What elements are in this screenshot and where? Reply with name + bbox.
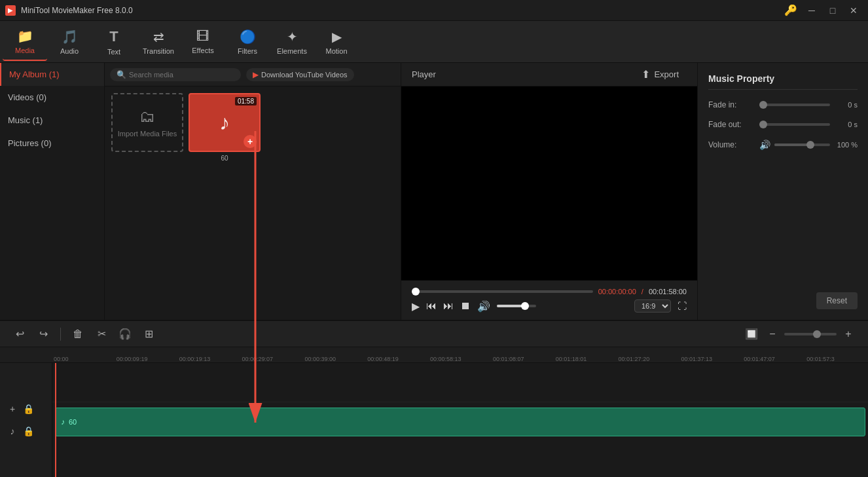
delete-button[interactable]: 🗑 xyxy=(69,325,87,343)
crop-button[interactable]: ⊞ xyxy=(139,325,158,343)
effects-icon: 🎞 xyxy=(196,29,209,44)
toolbar-elements[interactable]: ✦ Elements xyxy=(270,23,314,61)
yt-download-button[interactable]: ▶ Download YouTube Videos xyxy=(246,68,354,81)
volume-value: 100 % xyxy=(834,141,858,149)
play-button[interactable]: ▶ xyxy=(412,300,420,313)
minimize-button[interactable]: ─ xyxy=(803,4,821,17)
audio-icon: 🎵 xyxy=(62,29,78,45)
nav-pictures[interactable]: Pictures (0) xyxy=(0,132,104,155)
fade-out-slider[interactable] xyxy=(759,123,830,126)
redo-button[interactable]: ↪ xyxy=(34,325,52,343)
aspect-ratio-select[interactable]: 16:9 xyxy=(634,299,671,313)
transition-label: Transition xyxy=(143,47,174,55)
ruler-mark-1: 00:00:09:19 xyxy=(115,356,178,362)
ruler-mark-2: 00:00:19:13 xyxy=(178,356,241,362)
ruler-mark-12: 00:01:57:3 xyxy=(805,356,868,362)
app-title: MiniTool MovieMaker Free 8.0.0 xyxy=(21,6,784,15)
ruler-mark-0: 00:00 xyxy=(52,356,115,362)
toolbar-audio[interactable]: 🎵 Audio xyxy=(47,23,92,61)
prev-button[interactable]: ⏮ xyxy=(426,300,437,312)
toolbar-effects[interactable]: 🎞 Effects xyxy=(181,23,225,61)
ruler-mark-11: 00:01:47:07 xyxy=(742,356,805,362)
timeline-body: + 🔒 ♪ 🔒 ♪ 60 xyxy=(0,363,868,477)
titlebar: ▶ MiniTool MovieMaker Free 8.0.0 🔑 ─ □ ✕ xyxy=(0,0,868,21)
volume-button[interactable]: 🔊 xyxy=(477,300,490,313)
nav-my-album[interactable]: My Album (1) xyxy=(0,63,104,86)
volume-fill-prop xyxy=(774,143,810,146)
fullscreen-button[interactable]: ⛶ xyxy=(678,301,687,311)
window-controls: ─ □ ✕ xyxy=(803,4,863,17)
ruler-mark-8: 00:01:18:01 xyxy=(554,356,617,362)
toolbar: 📁 Media 🎵 Audio T Text ⇄ Transition 🎞 Ef… xyxy=(0,21,868,63)
next-button[interactable]: ⏭ xyxy=(443,300,454,312)
add-to-timeline-button[interactable]: + xyxy=(244,135,257,148)
timeline-track-controls: + 🔒 ♪ 🔒 xyxy=(0,363,52,477)
undo-button[interactable]: ↩ xyxy=(10,325,29,343)
zoom-minus-button[interactable]: − xyxy=(763,325,782,343)
search-bar[interactable]: 🔍 xyxy=(110,68,241,81)
duration-badge: 01:58 xyxy=(235,97,257,105)
toolbar-motion[interactable]: ▶ Motion xyxy=(314,23,359,61)
music-property-title: Music Property xyxy=(708,73,858,90)
add-video-track-button[interactable]: + xyxy=(5,402,20,416)
fade-in-thumb xyxy=(759,101,767,109)
fade-in-slider[interactable] xyxy=(759,104,830,106)
import-media-box[interactable]: 🗂 Import Media Files xyxy=(111,93,183,152)
filters-icon: 🔵 xyxy=(240,29,256,45)
fade-in-value: 0 s xyxy=(834,101,858,109)
audio-clip[interactable]: ♪ 60 xyxy=(55,408,865,436)
media-icon: 📁 xyxy=(17,28,33,44)
stop-button[interactable]: ⏹ xyxy=(460,300,471,312)
zoom-bar[interactable] xyxy=(784,333,837,335)
audio-label: Audio xyxy=(60,47,79,55)
elements-icon: ✦ xyxy=(287,29,298,45)
volume-slider[interactable] xyxy=(774,143,830,146)
toolbar-text[interactable]: T Text xyxy=(92,23,136,61)
nav-music[interactable]: Music (1) xyxy=(0,109,104,132)
reset-button[interactable]: Reset xyxy=(816,292,858,309)
timeline-tracks: ♪ 60 xyxy=(52,363,868,477)
app-icon: ▶ xyxy=(5,5,16,16)
media-thumbnail[interactable]: 01:58 ♪ + xyxy=(189,93,261,152)
player-controls: 00:00:00:00 / 00:01:58:00 ▶ ⏮ ⏭ ⏹ 🔊 16 xyxy=(401,280,697,320)
text-icon: T xyxy=(109,28,118,45)
lock-audio-track-button[interactable]: 🔒 xyxy=(21,424,35,438)
audio-button[interactable]: 🎧 xyxy=(116,325,134,343)
toolbar-separator xyxy=(60,328,61,341)
effects-label: Effects xyxy=(192,47,213,54)
export-button[interactable]: ⬆ Export xyxy=(634,66,687,83)
youtube-icon: ▶ xyxy=(253,70,259,79)
close-button[interactable]: ✕ xyxy=(844,4,863,17)
zoom-plus-button[interactable]: + xyxy=(839,325,858,343)
left-nav: My Album (1) Videos (0) Music (1) Pictur… xyxy=(0,63,105,320)
key-icon: 🔑 xyxy=(784,4,797,16)
volume-icon: 🔊 xyxy=(759,140,770,150)
volume-row: Volume: 🔊 100 % xyxy=(708,140,858,150)
fade-out-slider-wrap: 0 s xyxy=(759,121,858,128)
media-topbar: 🔍 ▶ Download YouTube Videos xyxy=(105,63,401,86)
toolbar-media[interactable]: 📁 Media xyxy=(3,23,47,61)
clip-music-icon: ♪ xyxy=(61,417,65,427)
motion-label: Motion xyxy=(325,47,347,55)
nav-videos[interactable]: Videos (0) xyxy=(0,86,104,109)
zoom-out-button[interactable]: 🔲 xyxy=(742,325,761,343)
toolbar-transition[interactable]: ⇄ Transition xyxy=(136,23,181,61)
restore-button[interactable]: □ xyxy=(823,4,842,17)
search-icon: 🔍 xyxy=(117,70,126,79)
volume-thumb xyxy=(521,302,529,310)
lock-video-track-button[interactable]: 🔒 xyxy=(21,402,35,416)
volume-bar[interactable] xyxy=(497,305,536,307)
volume-label: Volume: xyxy=(708,140,754,149)
media-grid: 🗂 Import Media Files 01:58 ♪ + 60 xyxy=(105,86,401,320)
search-input[interactable] xyxy=(129,71,234,79)
progress-bar[interactable] xyxy=(412,290,593,293)
ruler-mark-6: 00:00:58:13 xyxy=(429,356,492,362)
audio-track-row: ♪ 60 xyxy=(52,402,868,442)
toolbar-filters[interactable]: 🔵 Filters xyxy=(225,23,270,61)
fade-in-row: Fade in: 0 s xyxy=(708,100,858,109)
cut-button[interactable]: ✂ xyxy=(92,325,111,343)
player-header: Player ⬆ Export xyxy=(401,63,697,86)
player-title: Player xyxy=(412,69,436,79)
ruler-mark-7: 00:01:08:07 xyxy=(492,356,554,362)
clip-label: 60 xyxy=(69,418,77,426)
